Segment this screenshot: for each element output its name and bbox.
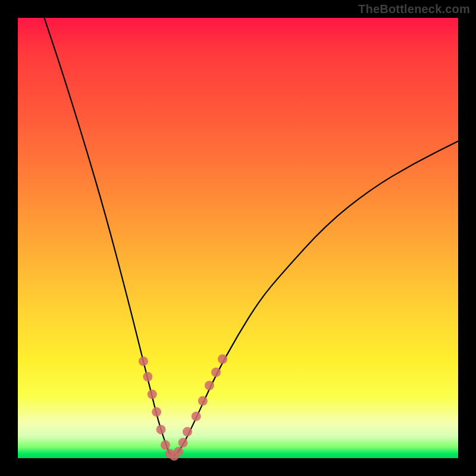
sample-dot — [192, 412, 201, 421]
sample-dot — [218, 355, 227, 364]
sample-dot — [178, 438, 188, 447]
sample-dot — [139, 356, 148, 366]
sample-dot — [152, 407, 161, 416]
plot-area — [18, 18, 458, 458]
curve-layer — [18, 18, 458, 458]
sample-markers — [139, 355, 227, 461]
sample-dot — [148, 390, 157, 399]
sample-dot — [156, 425, 166, 434]
sample-dot — [205, 381, 214, 390]
bottleneck-curve — [44, 18, 458, 456]
watermark-text: TheBottleneck.com — [358, 2, 470, 16]
sample-dot — [161, 440, 170, 450]
sample-dot — [211, 368, 221, 377]
sample-dot — [198, 396, 208, 406]
chart-frame: TheBottleneck.com — [0, 0, 476, 476]
sample-dot — [183, 427, 192, 437]
sample-dot — [174, 447, 183, 456]
sample-dot — [143, 372, 152, 381]
